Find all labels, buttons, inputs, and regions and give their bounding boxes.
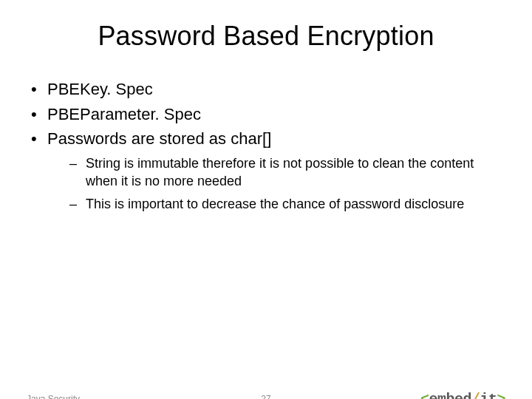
logo-lt: < [420, 391, 429, 400]
sub-bullet-text: This is important to decrease the chance… [86, 197, 464, 211]
bullet-item: PBEParameter. Spec [27, 103, 505, 126]
logo-gt: > [497, 391, 505, 400]
logo-slash: / [471, 391, 480, 400]
embedit-logo: <embed/it> [420, 391, 505, 400]
footer-left: Java Security [27, 394, 186, 399]
slide-footer: Java Security 27 <embed/it> [0, 389, 532, 399]
logo-it: it [480, 391, 497, 400]
bullet-text: PBEParameter. Spec [47, 105, 201, 123]
logo-word: embed [429, 391, 471, 400]
sub-bullet-item: String is immutable therefore it is not … [69, 154, 505, 191]
sub-bullet-text: String is immutable therefore it is not … [86, 156, 474, 188]
sub-bullet-item: This is important to decrease the chance… [69, 195, 505, 213]
bullet-item: PBEKey. Spec [27, 78, 505, 100]
page-number: 27 [186, 394, 346, 399]
sub-bullet-list: String is immutable therefore it is not … [47, 154, 505, 213]
bullet-text: Passwords are stored as char[] [47, 129, 271, 148]
bullet-list: PBEKey. Spec PBEParameter. Spec Password… [27, 78, 505, 213]
slide: Password Based Encryption PBEKey. Spec P… [0, 21, 532, 399]
footer-right: <embed/it> [346, 391, 505, 400]
bullet-item: Passwords are stored as char[] String is… [27, 128, 505, 213]
slide-body: PBEKey. Spec PBEParameter. Spec Password… [0, 78, 532, 213]
slide-title: Password Based Encryption [0, 21, 532, 52]
bullet-text: PBEKey. Spec [47, 80, 153, 98]
